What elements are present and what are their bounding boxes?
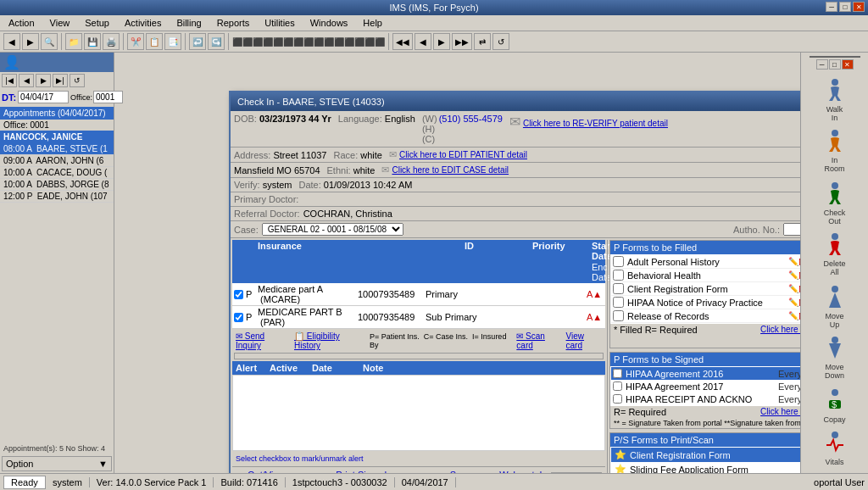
- nav-first[interactable]: |◀: [2, 74, 17, 87]
- menu-reports[interactable]: Reports: [214, 17, 253, 29]
- toolbar-btn-3[interactable]: 🔍: [41, 33, 58, 50]
- sidebar-close-btn[interactable]: ✕: [842, 59, 854, 70]
- vitals-button[interactable]: Vitals: [805, 427, 865, 468]
- toolbar-btn-6[interactable]: 🖨️: [103, 33, 120, 50]
- form-fill-check-1[interactable]: [613, 270, 624, 281]
- menu-help[interactable]: Help: [359, 17, 386, 29]
- ins-id-0: 10007935489: [358, 289, 426, 299]
- toolbar-btn-1[interactable]: ◀: [3, 33, 20, 50]
- toolbar-btn-9[interactable]: 📑: [164, 33, 181, 50]
- toolbar-nav-next[interactable]: ▶: [433, 33, 450, 50]
- patient-phone: (510) 555-4579: [439, 114, 503, 124]
- sig-check-2[interactable]: [613, 394, 622, 404]
- alerts-section: Alert Active Date Note: [232, 361, 605, 451]
- sig-check-1[interactable]: [613, 381, 622, 391]
- appt-item-1[interactable]: 09:00 A AARON, JOHN (6: [0, 155, 114, 167]
- toolbar-nav-end[interactable]: ▶▶: [452, 33, 472, 50]
- toolbar-nav-6[interactable]: ↺: [492, 33, 509, 50]
- close-button[interactable]: Close: [551, 472, 602, 474]
- menu-activities[interactable]: Activities: [121, 17, 164, 29]
- menu-windows[interactable]: Windows: [307, 17, 352, 29]
- form-fill-icon-4[interactable]: ✏️: [788, 311, 798, 320]
- move-down-button[interactable]: MoveDown: [805, 332, 865, 381]
- nav-last[interactable]: ▶|: [53, 74, 68, 87]
- city-row: Mansfield MO 65704: [234, 165, 320, 175]
- vitals-icon: [821, 429, 849, 456]
- form-fill-check-3[interactable]: [613, 297, 624, 308]
- ins-check-0[interactable]: [234, 290, 243, 299]
- appt-item-3[interactable]: 10:00 A DABBS, JORGE (8: [0, 179, 114, 191]
- form-fill-check-2[interactable]: [613, 283, 624, 294]
- edit-case-link[interactable]: Click here to EDIT CASE detail: [392, 165, 509, 175]
- reverify-link[interactable]: Click here to RE-VERIFY patient detail: [523, 119, 668, 128]
- eligibility-history-link[interactable]: 📋 Eligibility History: [294, 331, 366, 350]
- minimize-btn[interactable]: ─: [826, 2, 837, 12]
- form-fill-icon-3[interactable]: ✏️: [788, 298, 798, 307]
- insurance-scrollbar[interactable]: [234, 353, 604, 359]
- appt-item-4[interactable]: 12:00 P EADE, JOHN (107: [0, 191, 114, 203]
- footer-print-signed[interactable]: 🖨️ Print Signed Form: [324, 470, 388, 473]
- view-card-link[interactable]: View card: [566, 331, 602, 350]
- in-room-button[interactable]: InRoom: [805, 125, 865, 175]
- menu-utilities[interactable]: Utilities: [261, 17, 298, 29]
- sidebar-minimize-btn[interactable]: ─: [816, 59, 828, 70]
- dt-row: DT: Office:: [0, 89, 114, 105]
- toolbar-btn-8[interactable]: 📋: [146, 33, 163, 50]
- send-inquiry-link[interactable]: ✉ Send Inquiry: [236, 331, 291, 350]
- dialog-footer: ✏️ Get/View Sign/Fill Form 🖨️ Print Sign…: [232, 466, 605, 473]
- footer-webportal[interactable]: 🌐 Webportal User: [487, 470, 544, 473]
- menu-setup[interactable]: Setup: [81, 17, 113, 29]
- footer-get-view[interactable]: ✏️ Get/View Sign/Fill Form: [236, 470, 317, 473]
- restore-btn[interactable]: □: [839, 2, 851, 12]
- footer-scan-form[interactable]: 📄 Scan Form: [438, 470, 481, 473]
- walk-in-button[interactable]: WalkIn: [805, 75, 865, 124]
- svg-rect-0: [810, 56, 860, 58]
- patient-name[interactable]: HANCOCK, JANICE: [0, 131, 114, 143]
- toolbar-btn-2[interactable]: ▶: [22, 33, 39, 50]
- dt-input[interactable]: [18, 91, 69, 103]
- toolbar-nav-back[interactable]: ◀◀: [392, 33, 413, 50]
- col-id: ID: [465, 241, 532, 261]
- copay-button[interactable]: $ Copay: [805, 385, 865, 426]
- scan-card-link[interactable]: ✉ Scan card: [516, 331, 562, 350]
- appointments-list: 08:00 A BAARE, STEVE (1 09:00 A AARON, J…: [0, 143, 114, 443]
- edit-patient-link[interactable]: Click here to EDIT PATIENT detail: [399, 150, 527, 159]
- form-fill-check-0[interactable]: [613, 256, 624, 267]
- toolbar-btn-7[interactable]: ✂️: [127, 33, 144, 50]
- menu-billing[interactable]: Billing: [173, 17, 204, 29]
- ins-copay-icon-1[interactable]: A▲: [587, 312, 604, 322]
- toolbar-nav-5[interactable]: ⇄: [474, 33, 491, 50]
- toolbar-btn-4[interactable]: 📁: [65, 33, 82, 50]
- move-down-icon: [821, 334, 849, 361]
- ins-check-1[interactable]: [234, 313, 243, 322]
- nav-next[interactable]: ▶: [36, 74, 51, 87]
- sidebar-restore-btn[interactable]: □: [829, 59, 841, 70]
- close-btn[interactable]: ✕: [853, 2, 865, 12]
- status-date: 04/04/2017: [395, 477, 456, 487]
- appt-item-0[interactable]: 08:00 A BAARE, STEVE (1: [0, 143, 114, 155]
- form-fill-icon-1[interactable]: ✏️: [788, 270, 798, 280]
- option-button[interactable]: Option ▼: [2, 456, 112, 471]
- alert-col-note: Note: [363, 363, 602, 373]
- case-select[interactable]: GENERAL 02 - 0001 - 08/15/08: [262, 223, 403, 236]
- delete-all-button[interactable]: DeleteAll: [805, 229, 865, 278]
- toolbar-btn-11[interactable]: ↪️: [208, 33, 225, 50]
- form-fill-icon-0[interactable]: ✏️: [788, 257, 798, 266]
- ins-copay-icon-0[interactable]: A▲: [587, 289, 604, 299]
- menu-bar: Action View Setup Activities Billing Rep…: [0, 15, 868, 31]
- toolbar-btn-5[interactable]: 💾: [84, 33, 101, 50]
- toolbar-nav-prev[interactable]: ◀: [415, 33, 431, 50]
- copay-icon: $: [821, 387, 849, 414]
- check-out-button[interactable]: CheckOut: [805, 178, 865, 227]
- nav-prev[interactable]: ◀: [19, 74, 34, 87]
- form-fill-check-4[interactable]: [613, 310, 624, 321]
- sig-check-0[interactable]: [613, 369, 622, 378]
- toolbar-btn-10[interactable]: ↩️: [189, 33, 206, 50]
- super-bill-button[interactable]: SuperBill: [805, 471, 865, 473]
- form-fill-icon-2[interactable]: ✏️: [788, 284, 798, 293]
- menu-view[interactable]: View: [47, 17, 74, 29]
- menu-action[interactable]: Action: [5, 17, 38, 29]
- move-up-button[interactable]: MoveUp: [805, 281, 865, 331]
- appt-item-2[interactable]: 10:00 A CACACE, DOUG (: [0, 167, 114, 179]
- nav-refresh[interactable]: ↺: [70, 74, 85, 87]
